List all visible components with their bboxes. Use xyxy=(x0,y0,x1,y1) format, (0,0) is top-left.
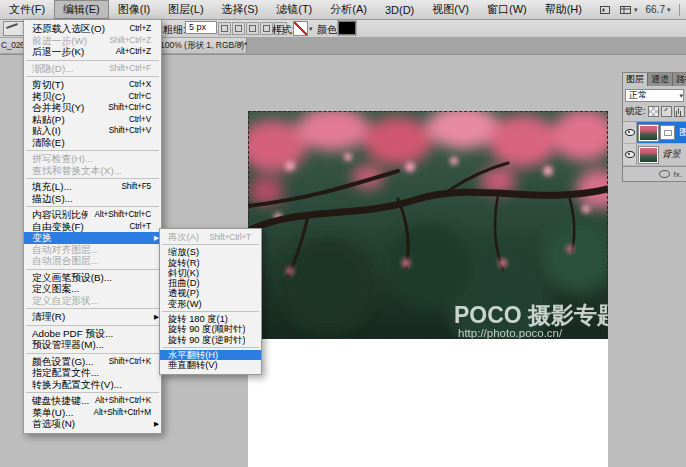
submenu-item[interactable]: 透视(P) ▶ xyxy=(160,288,261,298)
layer-row-background[interactable]: 背景 xyxy=(623,144,686,166)
menu-item[interactable]: 描边(S)... ▶ xyxy=(24,193,161,205)
submenu-item[interactable]: 斜切(K) ▶ xyxy=(160,268,261,278)
lock-image-pixels-icon[interactable] xyxy=(661,106,672,117)
submenu-item[interactable]: 旋转 180 度(1) ▶ xyxy=(160,314,261,324)
menu-item[interactable]: 首选项(N) ▶ xyxy=(24,418,161,430)
menu-item-label: 定义图案... xyxy=(32,283,79,295)
menubar-item[interactable]: 滤镜(T) xyxy=(267,0,321,19)
menu-item[interactable]: 查找和替换文本(X)... ▶ xyxy=(24,165,161,177)
submenu-item[interactable]: 缩放(S) ▶ xyxy=(160,247,261,257)
menu-item[interactable]: 填充(L)... Shift+F5 ▶ xyxy=(24,181,161,193)
menu-item[interactable]: 预设管理器(M)... ▶ xyxy=(24,339,161,351)
menu-item[interactable]: 合并拷贝(Y) Shift+Ctrl+C ▶ xyxy=(24,102,161,114)
menu-item[interactable]: 自由变换(F) Ctrl+T ▶ xyxy=(24,221,161,233)
menubar-item-label: 窗口(W) xyxy=(487,2,527,17)
menubar-item[interactable]: 图像(I) xyxy=(109,0,159,19)
layer-name[interactable]: 背景 xyxy=(662,148,681,161)
menubar-item-label: 视图(V) xyxy=(432,2,469,17)
link-layers-icon[interactable] xyxy=(659,170,670,178)
menu-item-label: 合并拷贝(Y) xyxy=(32,102,84,114)
menu-item[interactable]: 拼写检查(H)... ▶ xyxy=(24,153,161,165)
zoom-level-dropdown[interactable]: 66.7 ▾ xyxy=(643,3,672,16)
tool-preset-picker[interactable] xyxy=(3,21,25,36)
submenu-item-label: 扭曲(D) xyxy=(168,278,200,288)
menubar-item[interactable]: 窗口(W) xyxy=(478,0,536,19)
layer-effects-icon[interactable]: fx. xyxy=(674,170,682,179)
menu-item[interactable]: 自动对齐图层... ▶ xyxy=(24,244,161,256)
menu-item[interactable]: 颜色设置(G)... Shift+Ctrl+K ▶ xyxy=(24,356,161,368)
submenu-item[interactable]: 垂直翻转(V) ▶ xyxy=(160,360,261,370)
menu-item[interactable]: 还原载入选区(O) Ctrl+Z ▶ xyxy=(24,23,161,35)
menu-item-label: 后退一步(K) xyxy=(32,46,84,58)
menu-item[interactable]: 拷贝(C) Ctrl+C ▶ xyxy=(24,91,161,103)
view-extras-icon[interactable]: ▾ xyxy=(617,3,640,17)
panel-tab[interactable]: 图层 xyxy=(623,73,648,86)
menubar-item[interactable]: 文件(F) xyxy=(0,0,54,19)
menubar-item[interactable]: 图层(L) xyxy=(159,0,212,19)
layer-name[interactable]: 图层 1 xyxy=(679,126,686,139)
launch-bridge-icon[interactable] xyxy=(597,3,613,17)
menubar-item[interactable]: 帮助(H) xyxy=(536,0,591,19)
menu-item[interactable]: 剪切(T) Ctrl+X ▶ xyxy=(24,79,161,91)
menu-item[interactable]: 菜单(U)... Alt+Shift+Ctrl+M ▶ xyxy=(24,407,161,419)
stroke-weight-input[interactable]: 5 px xyxy=(185,21,217,34)
menu-item[interactable]: 清除(E) ▶ xyxy=(24,137,161,149)
chevron-down-icon[interactable]: ▾ xyxy=(309,25,313,32)
menu-item-shortcut: Alt+Ctrl+Z xyxy=(110,46,151,58)
menu-item[interactable]: 粘贴(P) Ctrl+V ▶ xyxy=(24,114,161,126)
menubar-item[interactable]: 3D(D) xyxy=(376,0,423,19)
document-canvas[interactable]: POCO 摄影专题 http://photo.poco.cn/ xyxy=(248,111,608,467)
visibility-cell[interactable] xyxy=(623,122,637,143)
submenu-item[interactable]: 水平翻转(H) ▶ xyxy=(160,350,261,360)
menubar-item[interactable]: 视图(V) xyxy=(423,0,478,19)
menu-item[interactable]: 自动混合图层... ▶ xyxy=(24,255,161,267)
panel-tab[interactable]: 路径 xyxy=(673,73,686,86)
menu-item[interactable]: 键盘快捷键... Alt+Shift+Ctrl+K ▶ xyxy=(24,395,161,407)
submenu-item[interactable]: 扭曲(D) ▶ xyxy=(160,278,261,288)
submenu-item[interactable]: 变形(W) ▶ xyxy=(160,299,261,309)
photo-layer[interactable]: POCO 摄影专题 http://photo.poco.cn/ xyxy=(248,111,608,339)
menu-item[interactable]: 清理(R) ▶ xyxy=(24,311,161,323)
menu-item[interactable]: 贴入(I) Shift+Ctrl+V ▶ xyxy=(24,125,161,137)
blend-mode-select[interactable]: 正常 ▾ xyxy=(625,89,684,102)
layer-row-layer1[interactable]: 图层 1 xyxy=(623,122,686,144)
subtract-from-shape-icon[interactable] xyxy=(246,22,259,35)
menu-item[interactable]: 指定配置文件... ▶ xyxy=(24,367,161,379)
menu-item[interactable]: 定义自定形状... ▶ xyxy=(24,295,161,307)
menu-item[interactable]: Adobe PDF 预设... ▶ xyxy=(24,328,161,340)
vector-mask-thumbnail[interactable] xyxy=(660,125,675,140)
layer-thumbnail[interactable] xyxy=(639,147,658,163)
menu-separator xyxy=(26,150,159,151)
menubar-item[interactable]: 分析(A) xyxy=(321,0,376,19)
lock-position-icon[interactable] xyxy=(674,106,685,117)
menu-item[interactable]: 转换为配置文件(V)... ▶ xyxy=(24,379,161,391)
menubar-item[interactable]: 编辑(E) xyxy=(54,0,109,19)
submenu-item[interactable]: 旋转 90 度(逆时针)(0) ▶ xyxy=(160,335,261,345)
menu-item[interactable]: 定义图案... ▶ xyxy=(24,283,161,295)
menu-item[interactable]: 定义画笔预设(B)... ▶ xyxy=(24,272,161,284)
add-to-shape-icon[interactable] xyxy=(232,22,245,35)
eye-icon xyxy=(625,151,635,158)
menu-item[interactable]: 前进一步(W) Shift+Ctrl+Z ▶ xyxy=(24,35,161,47)
submenu-item[interactable]: 再次(A) Shift+Ctrl+T ▶ xyxy=(160,232,261,242)
layer-thumbnail[interactable] xyxy=(639,125,658,141)
stroke-color-swatch[interactable] xyxy=(338,21,356,35)
style-none-swatch[interactable] xyxy=(293,21,308,36)
menu-item-label: 渐隐(D)... xyxy=(32,63,73,75)
menu-item-label: 查找和替换文本(X)... xyxy=(32,165,122,177)
menu-item[interactable]: 内容识别比例 Alt+Shift+Ctrl+C ▶ xyxy=(24,209,161,221)
visibility-cell[interactable] xyxy=(623,144,637,165)
lock-transparent-pixels-icon[interactable] xyxy=(648,106,659,117)
menu-item[interactable]: 变换 ▶ xyxy=(24,232,161,244)
menu-item-label: 清除(E) xyxy=(32,137,65,149)
new-shape-layer-icon[interactable] xyxy=(218,22,231,35)
menu-item[interactable]: 后退一步(K) Alt+Ctrl+Z ▶ xyxy=(24,46,161,58)
menubar-item[interactable]: 选择(S) xyxy=(213,0,268,19)
menu-item[interactable]: 渐隐(D)... Shift+Ctrl+F ▶ xyxy=(24,63,161,75)
submenu-item[interactable]: 旋转 90 度(顺时针)(9) ▶ xyxy=(160,324,261,334)
menu-item-shortcut: Alt+Shift+Ctrl+C xyxy=(88,209,151,221)
panel-tab[interactable]: 通道 xyxy=(648,73,673,86)
menu-separator xyxy=(26,206,159,207)
submenu-item[interactable]: 旋转(R) ▶ xyxy=(160,258,261,268)
close-icon[interactable]: × xyxy=(238,39,243,49)
